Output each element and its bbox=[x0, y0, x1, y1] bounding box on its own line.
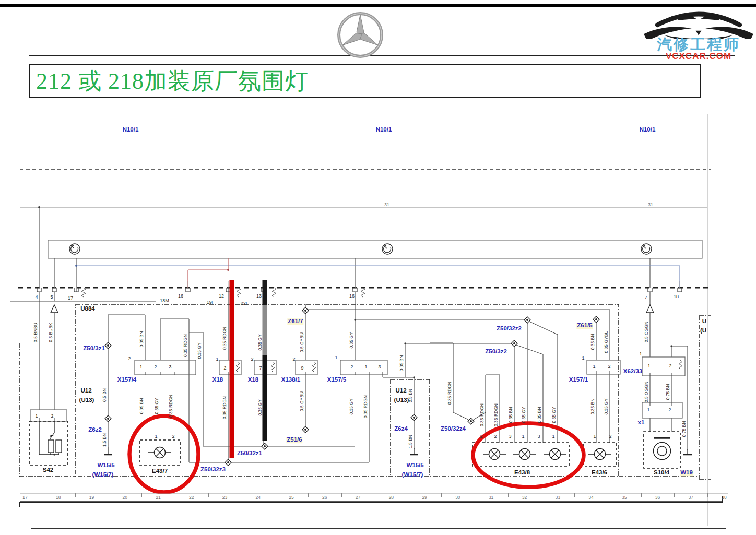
ruler-number: 27 bbox=[356, 495, 360, 500]
ground-w15-5: W15/5 bbox=[97, 462, 114, 469]
ref-label: 31 bbox=[384, 203, 389, 207]
pin-label: 2 bbox=[223, 366, 226, 371]
ruler-tick bbox=[275, 493, 275, 497]
wire-code-label: 0.35 GY bbox=[349, 332, 354, 348]
diagram-title: 212 或 218加装原厂氛围灯 bbox=[36, 66, 309, 97]
car-logo-icon bbox=[641, 2, 756, 39]
ruler-tick bbox=[109, 493, 109, 497]
ruler-tick bbox=[574, 493, 575, 497]
splice-z50-3z1: Z50/3z1 bbox=[83, 346, 105, 352]
pin-label: 3 bbox=[378, 365, 381, 370]
component-label: (U bbox=[700, 328, 706, 334]
pin-label: 2 bbox=[251, 357, 253, 362]
ruler-number: 37 bbox=[688, 495, 693, 500]
wire-code-label: 0.5 GYBU bbox=[300, 391, 304, 411]
can-wire-red bbox=[188, 258, 228, 288]
black-highlight-bar bbox=[263, 280, 267, 305]
pin-label: 1 bbox=[335, 355, 337, 360]
ruler-number: 20 bbox=[123, 495, 127, 500]
wire-code-label: 0.35 RDGN bbox=[447, 382, 452, 405]
ruler-number: 35 bbox=[622, 495, 627, 500]
page: 汽修工程师 VCXCAR.COM 212 或 218加装原厂氛围灯 N10/1N… bbox=[0, 0, 756, 535]
module-label-n10-1: N10/1 bbox=[123, 127, 139, 133]
pin-label: 9 bbox=[301, 366, 303, 371]
pin-label: 2 bbox=[172, 434, 174, 439]
wire-code-label: 0.5 GYBU bbox=[300, 332, 304, 352]
pin-label: 1 bbox=[647, 408, 649, 412]
s42-switch-symbol bbox=[39, 421, 62, 455]
ruler-tick bbox=[242, 493, 242, 497]
ruler-number: 32 bbox=[522, 495, 527, 500]
pin-label: 16 bbox=[178, 294, 183, 299]
wire-code-label: 0.5 BN bbox=[408, 389, 413, 402]
ref-label: 31 bbox=[648, 203, 653, 207]
ruler-number: 24 bbox=[256, 495, 261, 500]
splice-z51-6: Z51/6 bbox=[286, 437, 302, 443]
pin-label: 18 bbox=[674, 294, 679, 299]
component-u12: U12 bbox=[395, 388, 406, 394]
pin-label: 2 bbox=[668, 408, 671, 412]
ruler-number: 33 bbox=[555, 495, 560, 500]
pin-label: 1 bbox=[364, 365, 367, 370]
splice-z50-32z2: Z50/32z2 bbox=[497, 326, 522, 332]
module-label-n10-1: N10/1 bbox=[376, 127, 392, 133]
pin-label: 19I bbox=[207, 300, 214, 305]
ruler-tick bbox=[375, 493, 375, 497]
pin-label: 18M bbox=[160, 299, 169, 303]
splice-z6z2: Z6z2 bbox=[88, 427, 102, 433]
component-label: (U13) bbox=[79, 397, 95, 403]
site-logo: 汽修工程师 VCXCAR.COM bbox=[641, 2, 756, 64]
connector-x157-5: X157/5 bbox=[327, 377, 346, 383]
ruler-number: 22 bbox=[189, 495, 194, 500]
connector-x18: X18 bbox=[248, 377, 258, 383]
component-e43-7: E43/7 bbox=[152, 468, 168, 474]
wire-code-label: 0.35 GY bbox=[155, 398, 159, 414]
ruler-tick bbox=[508, 493, 509, 497]
ruler-number: 34 bbox=[588, 495, 593, 500]
pin-label: 2 bbox=[609, 434, 611, 439]
wire-code-label: 0.35 GY bbox=[258, 399, 263, 415]
pin-label: 3 bbox=[509, 434, 511, 439]
pin-label: 13 bbox=[256, 294, 262, 299]
pin-label: 12 bbox=[219, 294, 224, 299]
wire-code-label: 0.35 GY bbox=[604, 398, 609, 414]
splice-diamonds bbox=[105, 307, 599, 466]
ruler-number: 19 bbox=[89, 495, 94, 500]
component-u884: U884 bbox=[80, 306, 95, 312]
component-u12: U12 bbox=[80, 388, 91, 394]
pin-label: 2 bbox=[51, 414, 53, 419]
connector-x62-33: X62/33 bbox=[623, 368, 642, 375]
component-e43-8: E43/8 bbox=[514, 470, 530, 476]
ruler-number: 25 bbox=[289, 495, 293, 500]
component-s42: S42 bbox=[43, 467, 53, 473]
ruler-tick bbox=[75, 493, 76, 497]
wire-code-label: 0.35 RDGN bbox=[222, 327, 227, 350]
wire-code-label: 0.35 BN bbox=[399, 355, 404, 372]
site-logo-url: VCXCAR.COM bbox=[641, 51, 756, 62]
splice-z50-32z3: Z50/32z3 bbox=[200, 467, 226, 473]
connector-x157-4: X157/4 bbox=[117, 377, 136, 383]
ruler-number: 38 bbox=[722, 495, 726, 500]
ruler-number: 29 bbox=[422, 495, 427, 500]
ruler-tick bbox=[308, 493, 309, 497]
pin-label: 2 bbox=[494, 434, 497, 439]
wire-code-label: 0.5 BUBK bbox=[49, 323, 53, 342]
ruler-tick bbox=[42, 493, 42, 497]
wire-code-label: 0.35 BN bbox=[590, 399, 595, 415]
ruler-tick bbox=[141, 493, 142, 497]
pin-label: 16 bbox=[349, 294, 355, 299]
pin-label: 5 bbox=[50, 295, 53, 300]
ruler-tick bbox=[441, 493, 442, 497]
lamp-symbols bbox=[148, 447, 611, 460]
ruler-number: 23 bbox=[222, 495, 227, 500]
pin-label: 7 bbox=[644, 295, 647, 300]
splice-z6z4: Z6z4 bbox=[394, 426, 408, 432]
ruler-number: 21 bbox=[156, 495, 160, 500]
red-highlight-bar bbox=[230, 280, 234, 458]
pin-label: 1 bbox=[639, 352, 642, 356]
connector-boxes bbox=[30, 357, 685, 421]
pin-label: 1 bbox=[35, 414, 38, 419]
splice-z61-7: Z61/7 bbox=[287, 318, 303, 325]
connector-x157-1: X157/1 bbox=[569, 377, 588, 383]
black-highlight-bar bbox=[263, 355, 267, 441]
